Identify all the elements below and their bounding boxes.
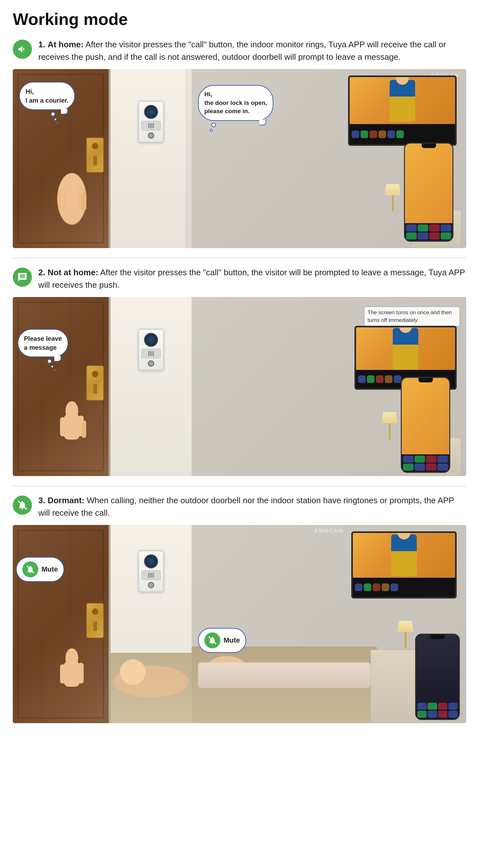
- camera-lens-1: [144, 105, 158, 119]
- phone-screen-2: [402, 378, 449, 454]
- app-icon-m2-4: [385, 375, 392, 383]
- mute-bubble-left: Mute: [16, 557, 64, 582]
- sleeping-area: [110, 653, 192, 723]
- app-icon-2: [361, 130, 368, 138]
- phone-notch-3: [431, 634, 445, 639]
- door-middle-2: [109, 297, 192, 476]
- app-icon-6: [396, 130, 404, 138]
- app-icon-m2-2: [367, 375, 375, 383]
- sp3-app-5: [417, 711, 426, 718]
- message-icon: [17, 272, 28, 282]
- mode-description-2: 2. Not at home: After the visitor presse…: [38, 266, 466, 291]
- mute-icon-left: [22, 561, 38, 578]
- sleeping-person-area: [192, 646, 377, 723]
- svg-point-14: [65, 648, 78, 668]
- door-exterior-2: Please leavea message: [13, 297, 109, 476]
- mode-section-dormant: 3. Dormant: When calling, neither the ou…: [13, 494, 466, 723]
- mode-section-not-at-home: 2. Not at home: After the visitor presse…: [13, 266, 466, 476]
- bell-button-1[interactable]: [148, 132, 154, 139]
- phone-apps-2: [402, 454, 449, 472]
- sp2-app-3: [426, 456, 437, 463]
- mode-label-3: 3.: [38, 496, 45, 505]
- doorbell-device-2: [138, 329, 164, 371]
- sp-app-5: [406, 232, 417, 240]
- mode-header-3: 3. Dormant: When calling, neither the ou…: [13, 494, 466, 519]
- lamp-shade-2: [382, 412, 398, 423]
- smartphone-2: [401, 377, 450, 473]
- sp2-app-7: [426, 464, 437, 471]
- sp-app-4: [441, 224, 451, 231]
- mode-description-3: 3. Dormant: When calling, neither the ou…: [38, 494, 466, 519]
- speaker-icon: [17, 44, 28, 54]
- speech-bubble-response-1: Hi,the door lock is open,please come in.: [198, 85, 273, 121]
- screen-turns-on-label: The screen turns on once and then turns …: [364, 307, 460, 327]
- speech-bubble-leave-message: Please leavea message: [18, 329, 68, 357]
- svg-rect-16: [78, 663, 84, 684]
- camera-lens-3: [144, 554, 158, 568]
- phone-screen-3: [416, 634, 459, 702]
- bell-slash-icon: [17, 500, 28, 510]
- door-middle-1: [109, 69, 192, 248]
- sp-app-3: [429, 224, 440, 231]
- bell-button-3[interactable]: [148, 582, 154, 588]
- rfid-reader-3: [141, 570, 161, 580]
- sp2-app-2: [414, 456, 425, 463]
- mute-bubble-right: Mute: [198, 628, 246, 653]
- rfid-reader-2: [141, 349, 161, 359]
- app-icon-m3-5: [390, 584, 398, 591]
- divider-2: [13, 486, 466, 486]
- doorbell-device-1: [138, 101, 164, 143]
- phone-screen-1: [405, 144, 452, 223]
- app-icon-3: [370, 130, 377, 138]
- sp2-app-1: [403, 456, 414, 463]
- watermark-3: AMOCAM: [314, 528, 344, 534]
- door-middle-3: [109, 525, 192, 723]
- scene-3: Mute: [13, 525, 466, 723]
- door-lock-2: [86, 365, 104, 401]
- svg-rect-3: [60, 189, 65, 209]
- room-lamp-3: [398, 621, 414, 648]
- sp3-app-4: [448, 703, 457, 710]
- app-icon-m3-4: [382, 584, 389, 591]
- rfid-reader-1: [141, 121, 161, 130]
- sp-app-8: [441, 232, 451, 240]
- mode-title-1: At home:: [47, 40, 84, 49]
- sp3-app-2: [427, 703, 437, 710]
- mode-label-1: 1.: [38, 40, 45, 49]
- sp3-app-3: [438, 703, 447, 710]
- app-icon-4: [378, 130, 386, 138]
- hand-pressing-3: [54, 645, 90, 704]
- sp2-app-4: [438, 456, 448, 463]
- page-wrapper: Working mode 1. At home: After the visit…: [0, 0, 479, 746]
- scene-2: Please leavea message: [13, 297, 466, 476]
- svg-rect-10: [82, 421, 86, 438]
- room-lamp-2: [382, 412, 398, 439]
- svg-rect-8: [60, 417, 65, 436]
- sp-app-1: [406, 224, 417, 231]
- sp-app-2: [418, 224, 428, 231]
- sp2-app-5: [403, 464, 414, 471]
- app-icon-m2-1: [358, 375, 366, 383]
- svg-rect-2: [64, 186, 80, 212]
- door-exterior-1: Hi,I am a courier.: [13, 69, 109, 248]
- smartphone-1: [404, 143, 453, 242]
- bell-slash-icon-left: [26, 565, 35, 574]
- mode-section-at-home: 1. At home: After the visitor presses th…: [13, 38, 466, 248]
- bell-button-2[interactable]: [148, 360, 154, 367]
- svg-rect-5: [82, 192, 86, 210]
- app-icon-m3-1: [355, 584, 363, 591]
- mute-label-left: Mute: [41, 565, 58, 574]
- camera-lens-2: [144, 333, 158, 347]
- sp-app-6: [418, 232, 428, 240]
- mode-icon-not-at-home: [13, 268, 32, 287]
- mode-header-1: 1. At home: After the visitor presses th…: [13, 38, 466, 63]
- mode-title-3: Dormant:: [47, 496, 84, 505]
- phone-apps-3: [416, 702, 459, 719]
- indoor-monitor-1: [348, 75, 457, 146]
- mode-icon-dormant: [13, 496, 32, 515]
- smartphone-3: [415, 634, 460, 720]
- lamp-body-1: [392, 195, 394, 211]
- svg-rect-15: [60, 664, 65, 684]
- app-icon-1: [351, 130, 359, 138]
- mode-desc-text-1: After the visitor presses the "call" but…: [38, 40, 446, 62]
